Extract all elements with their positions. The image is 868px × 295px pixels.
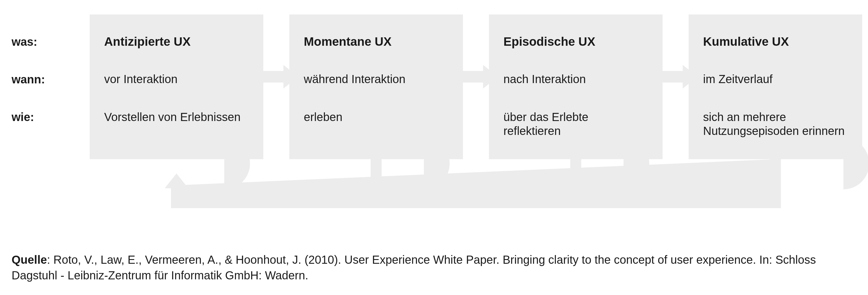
feedback-arrow-icon: [165, 159, 775, 203]
source-text: : Roto, V., Law, E., Vermeeren, A., & Ho…: [11, 253, 816, 282]
svg-marker-10: [165, 174, 188, 188]
box-how: Vorstellen von Erlebnissen: [104, 110, 249, 124]
row-label-wie: wie:: [11, 110, 34, 124]
ux-phase-box-momentary: Momentane UX während Interaktion erleben: [289, 14, 463, 159]
box-title: Episodische UX: [503, 35, 648, 49]
box-title: Momentane UX: [304, 35, 448, 49]
row-label-wann: wann:: [11, 72, 45, 86]
diagram-canvas: was: wann: wie: Antizipierte UX vor Inte…: [0, 0, 868, 295]
box-how: über das Erlebte reflektieren: [503, 110, 648, 138]
ux-phase-box-episodic: Episodische UX nach Interaktion über das…: [489, 14, 662, 159]
box-when: nach Interaktion: [503, 72, 648, 86]
box-how: sich an mehrere Nutzungsepisoden erinner…: [703, 110, 848, 138]
box-when: im Zeitverlauf: [703, 72, 848, 86]
source-label: Quelle: [11, 253, 47, 266]
box-how: erleben: [304, 110, 448, 124]
box-title: Antizipierte UX: [104, 35, 249, 49]
svg-rect-4: [662, 71, 683, 83]
row-label-was: was:: [11, 35, 37, 49]
box-when: vor Interaktion: [104, 72, 249, 86]
ux-phase-box-cumulative: Kumulative UX im Zeitverlauf sich an meh…: [689, 14, 862, 159]
ux-phase-box-anticipated: Antizipierte UX vor Interaktion Vorstell…: [90, 14, 263, 159]
box-when: während Interaktion: [304, 72, 448, 86]
svg-rect-0: [263, 71, 283, 83]
box-title: Kumulative UX: [703, 35, 848, 49]
svg-rect-2: [463, 71, 483, 83]
source-citation: Quelle: Roto, V., Law, E., Vermeeren, A.…: [11, 252, 850, 283]
